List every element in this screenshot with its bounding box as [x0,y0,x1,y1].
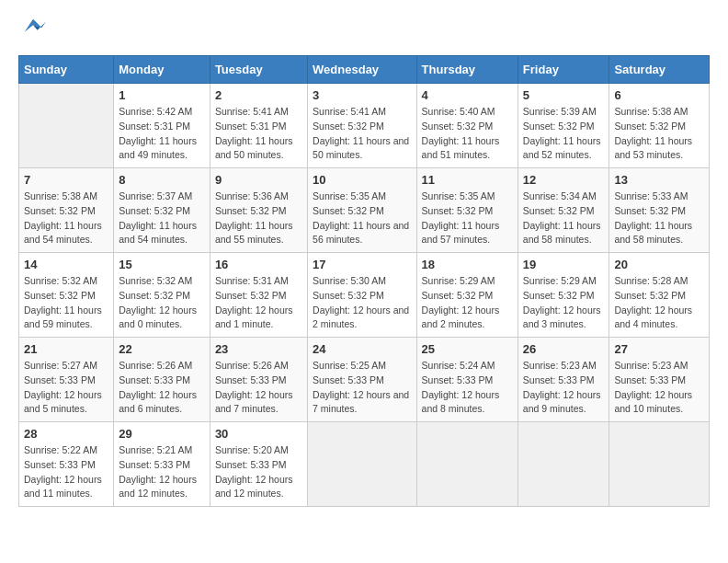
day-number: 26 [523,342,605,356]
day-info: Sunrise: 5:40 AMSunset: 5:32 PMDaylight:… [422,105,513,163]
day-number: 7 [24,173,108,187]
header-wednesday: Wednesday [308,56,416,84]
day-number: 28 [24,427,108,441]
day-info: Sunrise: 5:33 AMSunset: 5:32 PMDaylight:… [614,190,704,247]
calendar-week-row: 7Sunrise: 5:38 AMSunset: 5:32 PMDaylight… [19,168,710,253]
day-info: Sunrise: 5:36 AMSunset: 5:32 PMDaylight:… [215,190,302,247]
calendar-cell: 18Sunrise: 5:29 AMSunset: 5:32 PMDayligh… [416,253,518,338]
header-saturday: Saturday [609,56,710,84]
calendar-cell: 5Sunrise: 5:39 AMSunset: 5:32 PMDaylight… [518,84,609,168]
calendar-week-row: 28Sunrise: 5:22 AMSunset: 5:33 PMDayligh… [19,422,710,507]
day-info: Sunrise: 5:23 AMSunset: 5:33 PMDaylight:… [523,359,605,417]
day-number: 3 [313,88,411,102]
calendar-cell: 10Sunrise: 5:35 AMSunset: 5:32 PMDayligh… [308,168,416,253]
day-number: 25 [422,342,513,356]
calendar-table: SundayMondayTuesdayWednesdayThursdayFrid… [18,55,710,507]
calendar-cell [416,422,518,507]
day-number: 1 [119,88,205,102]
calendar-cell: 2Sunrise: 5:41 AMSunset: 5:31 PMDaylight… [210,84,307,168]
day-number: 6 [614,88,704,102]
day-info: Sunrise: 5:42 AMSunset: 5:31 PMDaylight:… [119,105,205,163]
day-number: 10 [313,173,411,187]
day-info: Sunrise: 5:22 AMSunset: 5:33 PMDaylight:… [24,443,108,501]
calendar-cell: 20Sunrise: 5:28 AMSunset: 5:32 PMDayligh… [609,253,710,338]
calendar-cell: 6Sunrise: 5:38 AMSunset: 5:32 PMDaylight… [609,84,710,168]
day-info: Sunrise: 5:37 AMSunset: 5:32 PMDaylight:… [119,190,205,247]
calendar-cell: 30Sunrise: 5:20 AMSunset: 5:33 PMDayligh… [210,422,307,507]
calendar-cell: 27Sunrise: 5:23 AMSunset: 5:33 PMDayligh… [609,338,710,422]
page-header [18,18,710,46]
calendar-cell: 14Sunrise: 5:32 AMSunset: 5:32 PMDayligh… [19,253,114,338]
calendar-cell: 23Sunrise: 5:26 AMSunset: 5:33 PMDayligh… [210,338,307,422]
calendar-header-row: SundayMondayTuesdayWednesdayThursdayFrid… [19,56,710,84]
day-number: 5 [523,88,605,102]
header-tuesday: Tuesday [210,56,307,84]
calendar-week-row: 1Sunrise: 5:42 AMSunset: 5:31 PMDaylight… [19,84,710,168]
calendar-cell [518,422,609,507]
calendar-cell: 4Sunrise: 5:40 AMSunset: 5:32 PMDaylight… [416,84,518,168]
calendar-cell: 19Sunrise: 5:29 AMSunset: 5:32 PMDayligh… [518,253,609,338]
day-info: Sunrise: 5:35 AMSunset: 5:32 PMDaylight:… [313,190,411,247]
day-number: 15 [119,258,205,271]
day-number: 18 [422,258,513,271]
day-info: Sunrise: 5:34 AMSunset: 5:32 PMDaylight:… [523,190,605,247]
calendar-cell: 28Sunrise: 5:22 AMSunset: 5:33 PMDayligh… [19,422,114,507]
calendar-cell [19,84,114,168]
calendar-cell: 29Sunrise: 5:21 AMSunset: 5:33 PMDayligh… [114,422,210,507]
calendar-cell: 8Sunrise: 5:37 AMSunset: 5:32 PMDaylight… [114,168,210,253]
calendar-cell: 22Sunrise: 5:26 AMSunset: 5:33 PMDayligh… [114,338,210,422]
day-number: 9 [215,173,302,187]
day-info: Sunrise: 5:39 AMSunset: 5:32 PMDaylight:… [523,105,605,163]
day-info: Sunrise: 5:35 AMSunset: 5:32 PMDaylight:… [422,190,513,247]
day-info: Sunrise: 5:26 AMSunset: 5:33 PMDaylight:… [119,359,205,417]
day-number: 21 [24,342,108,356]
day-info: Sunrise: 5:41 AMSunset: 5:31 PMDaylight:… [215,105,302,163]
day-number: 2 [215,88,302,102]
header-thursday: Thursday [416,56,518,84]
header-monday: Monday [114,56,210,84]
day-info: Sunrise: 5:28 AMSunset: 5:32 PMDaylight:… [614,274,704,332]
day-info: Sunrise: 5:38 AMSunset: 5:32 PMDaylight:… [24,190,108,247]
calendar-cell [609,422,710,507]
calendar-cell: 25Sunrise: 5:24 AMSunset: 5:33 PMDayligh… [416,338,518,422]
day-info: Sunrise: 5:29 AMSunset: 5:32 PMDaylight:… [422,274,513,332]
day-info: Sunrise: 5:26 AMSunset: 5:33 PMDaylight:… [215,359,302,417]
day-number: 4 [422,88,513,102]
day-number: 19 [523,258,605,271]
svg-marker-0 [25,19,42,32]
calendar-week-row: 21Sunrise: 5:27 AMSunset: 5:33 PMDayligh… [19,338,710,422]
calendar-cell: 12Sunrise: 5:34 AMSunset: 5:32 PMDayligh… [518,168,609,253]
logo-bird-icon [20,15,46,40]
calendar-cell: 1Sunrise: 5:42 AMSunset: 5:31 PMDaylight… [114,84,210,168]
header-friday: Friday [518,56,609,84]
day-number: 20 [614,258,704,271]
day-number: 22 [119,342,205,356]
day-info: Sunrise: 5:29 AMSunset: 5:32 PMDaylight:… [523,274,605,332]
calendar-cell: 24Sunrise: 5:25 AMSunset: 5:33 PMDayligh… [308,338,416,422]
day-info: Sunrise: 5:32 AMSunset: 5:32 PMDaylight:… [119,274,205,332]
day-number: 27 [614,342,704,356]
day-info: Sunrise: 5:21 AMSunset: 5:33 PMDaylight:… [119,443,205,501]
logo [18,18,46,46]
day-info: Sunrise: 5:30 AMSunset: 5:32 PMDaylight:… [313,274,411,332]
day-number: 17 [313,258,411,271]
day-number: 16 [215,258,302,271]
calendar-cell [308,422,416,507]
calendar-cell: 21Sunrise: 5:27 AMSunset: 5:33 PMDayligh… [19,338,114,422]
day-number: 30 [215,427,302,441]
day-info: Sunrise: 5:23 AMSunset: 5:33 PMDaylight:… [614,359,704,417]
calendar-cell: 7Sunrise: 5:38 AMSunset: 5:32 PMDaylight… [19,168,114,253]
day-info: Sunrise: 5:32 AMSunset: 5:32 PMDaylight:… [24,274,108,332]
day-info: Sunrise: 5:41 AMSunset: 5:32 PMDaylight:… [313,105,411,163]
day-info: Sunrise: 5:20 AMSunset: 5:33 PMDaylight:… [215,443,302,501]
day-number: 23 [215,342,302,356]
calendar-cell: 15Sunrise: 5:32 AMSunset: 5:32 PMDayligh… [114,253,210,338]
day-number: 24 [313,342,411,356]
calendar-cell: 9Sunrise: 5:36 AMSunset: 5:32 PMDaylight… [210,168,307,253]
header-sunday: Sunday [19,56,114,84]
day-number: 14 [24,258,108,271]
day-number: 13 [614,173,704,187]
calendar-cell: 16Sunrise: 5:31 AMSunset: 5:32 PMDayligh… [210,253,307,338]
day-info: Sunrise: 5:25 AMSunset: 5:33 PMDaylight:… [313,359,411,417]
day-number: 29 [119,427,205,441]
